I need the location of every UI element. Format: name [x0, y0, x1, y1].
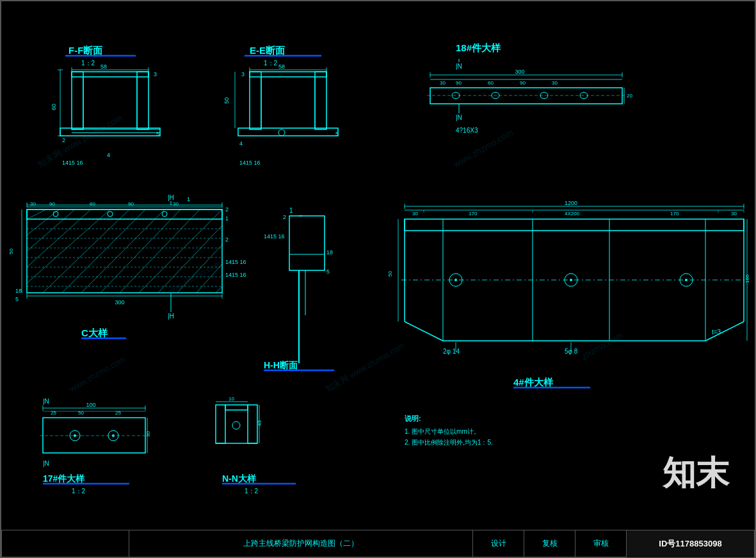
svg-text:300: 300	[115, 299, 124, 306]
svg-rect-195	[248, 405, 257, 443]
id-label: ID号1178853098	[659, 538, 721, 550]
svg-text:1: 1	[225, 215, 229, 222]
svg-text:3: 3	[154, 71, 157, 78]
drawing-title-cell: 上跨主线桥梁防护网构造图（二）	[129, 530, 473, 557]
svg-text:30: 30	[173, 201, 179, 207]
svg-text:50: 50	[8, 249, 14, 254]
svg-text:18: 18	[15, 288, 22, 294]
bottom-left-cell	[1, 530, 129, 557]
svg-text:知末网 www.zhzmo.com: 知末网 www.zhzmo.com	[324, 341, 406, 394]
svg-text:10: 10	[229, 396, 234, 402]
svg-point-29	[278, 129, 285, 136]
svg-text:30: 30	[30, 201, 36, 207]
svg-text:4: 4	[107, 152, 110, 158]
svg-point-199	[232, 422, 240, 429]
svg-text:5: 5	[335, 131, 339, 137]
drawing-title: 上跨主线桥梁防护网构造图（二）	[243, 538, 358, 549]
svg-text:2: 2	[225, 206, 229, 213]
svg-text:2: 2	[62, 137, 65, 144]
notes-title: 说明:	[405, 414, 421, 422]
svg-text:170: 170	[469, 211, 478, 217]
ee-scale: 1：2	[264, 60, 278, 67]
svg-line-94	[43, 209, 129, 293]
nn-title: N-N大样	[222, 473, 257, 484]
svg-text:60: 60	[90, 201, 95, 207]
svg-text:60: 60	[488, 80, 494, 86]
svg-text:1415 16: 1415 16	[62, 160, 83, 166]
svg-text:|H: |H	[168, 194, 174, 201]
svg-text:20: 20	[627, 93, 632, 99]
svg-text:50: 50	[78, 410, 84, 416]
svg-text:30: 30	[552, 80, 558, 86]
svg-text:4: 4	[239, 140, 243, 147]
svg-rect-52	[430, 88, 622, 104]
svg-line-138	[705, 322, 744, 341]
ee-title: E-E断面	[250, 45, 286, 56]
svg-text:60: 60	[51, 104, 57, 110]
svg-rect-25	[315, 72, 326, 129]
svg-text:1415 16: 1415 16	[239, 160, 261, 166]
svg-text:50: 50	[223, 97, 230, 104]
svg-text:30: 30	[440, 80, 446, 86]
drawing-area: F-F断面 1：2 58	[8, 8, 748, 528]
svg-rect-3	[137, 72, 149, 129]
review-label: 复核	[542, 538, 558, 549]
svg-text:30: 30	[731, 211, 737, 217]
id-cell: ID号1178853098	[627, 530, 755, 557]
svg-text:|H: |H	[168, 313, 174, 320]
svg-text:2: 2	[225, 236, 229, 243]
svg-point-79	[108, 211, 113, 217]
svg-point-146	[454, 279, 457, 281]
svg-rect-24	[250, 72, 261, 129]
svg-text:25: 25	[115, 410, 121, 416]
svg-line-96	[81, 209, 165, 293]
nn-scale: 1：2	[245, 488, 259, 495]
svg-point-148	[570, 279, 572, 281]
part18-title: 18#件大样	[456, 42, 501, 53]
notes-item2: 2. 图中比例除注明外,均为1：5.	[405, 439, 493, 446]
notes-item1: 1. 图中尺寸单位以mm计。	[405, 428, 480, 435]
svg-text:4X200: 4X200	[565, 211, 580, 217]
svg-rect-164	[289, 216, 325, 270]
review-cell: 复核	[524, 530, 575, 557]
c-detail-title: C大样	[81, 327, 108, 338]
svg-text:3: 3	[241, 71, 245, 78]
svg-line-103	[216, 286, 222, 293]
approve-label: 审核	[593, 538, 609, 549]
svg-text:100: 100	[86, 402, 95, 408]
design-cell: 设计	[473, 530, 524, 557]
svg-text:4?16X3: 4?16X3	[456, 127, 478, 134]
part4-title: 4#件大样	[513, 377, 554, 388]
svg-line-89	[27, 209, 46, 219]
svg-text:1: 1	[289, 207, 293, 214]
svg-text:|N: |N	[43, 460, 49, 467]
svg-line-93	[27, 209, 110, 283]
svg-text:30: 30	[412, 211, 418, 217]
svg-line-97	[101, 209, 181, 293]
svg-text:300: 300	[515, 69, 524, 75]
logo: 知末	[663, 451, 729, 496]
svg-text:t=3: t=3	[712, 329, 721, 336]
svg-text:5: 5	[156, 131, 159, 137]
svg-line-95	[62, 209, 145, 293]
svg-rect-194	[225, 405, 248, 410]
svg-text:170: 170	[670, 211, 679, 217]
svg-text:50: 50	[387, 271, 393, 277]
svg-text:160: 160	[744, 274, 750, 283]
svg-text:25: 25	[51, 410, 56, 416]
svg-point-150	[685, 279, 688, 281]
svg-rect-2	[72, 72, 83, 129]
svg-text:1: 1	[187, 196, 190, 202]
svg-rect-134	[405, 219, 744, 231]
svg-text:90: 90	[520, 80, 526, 86]
svg-text:zhzmo.com: zhzmo.com	[580, 330, 625, 362]
svg-text:30: 30	[145, 431, 151, 437]
svg-text:5: 5	[326, 268, 330, 275]
svg-text:58: 58	[101, 63, 107, 70]
svg-text:43: 43	[257, 420, 262, 426]
svg-text:90: 90	[456, 80, 462, 86]
svg-text:1415 16: 1415 16	[225, 259, 246, 265]
ff-title: F-F断面	[68, 45, 103, 56]
bottom-bar: 上跨主线桥梁防护网构造图（二） 设计 复核 审核 ID号1178853098	[1, 530, 755, 557]
hh-title: H-H断面	[264, 360, 298, 370]
